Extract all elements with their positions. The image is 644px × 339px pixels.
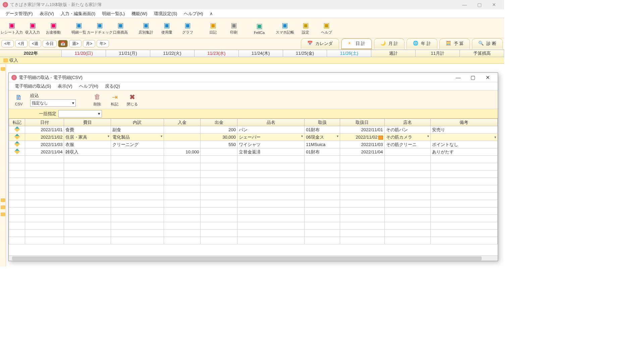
column-header[interactable]: 日付 xyxy=(25,119,64,126)
table-row[interactable] xyxy=(9,156,498,163)
income-row[interactable]: 収入 xyxy=(0,57,504,64)
date-cell[interactable]: 11/22(火) xyxy=(150,50,195,57)
dialog-minimize-button[interactable]: ― xyxy=(451,73,466,82)
filter-select[interactable]: 指定なし ▾ xyxy=(30,99,76,107)
date-cell[interactable]: 11月計 xyxy=(416,50,460,57)
menu-item[interactable]: 戻る(Q) xyxy=(102,83,123,90)
column-header[interactable]: 費目 xyxy=(64,119,111,126)
menu-item[interactable]: 環境設定(S) xyxy=(151,10,180,18)
scrollbar-thumb[interactable] xyxy=(12,256,482,260)
nav-button[interactable]: 週> xyxy=(69,40,82,47)
edit-cell[interactable] xyxy=(9,141,25,148)
horizontal-scrollbar[interactable] xyxy=(9,255,498,261)
menu-item[interactable]: 明細一覧(L) xyxy=(99,10,128,18)
date-cell[interactable]: 11/25(金) xyxy=(283,50,327,57)
date-cell[interactable]: 予算残高 xyxy=(460,50,504,57)
table-row[interactable] xyxy=(9,215,498,222)
edit-cell[interactable] xyxy=(9,126,25,134)
date-cell[interactable]: 11/21(月) xyxy=(106,50,150,57)
menu-item[interactable]: 表示(V) xyxy=(36,10,57,18)
nav-button[interactable]: <年 xyxy=(1,40,14,47)
menu-item[interactable]: 表示(V) xyxy=(54,83,75,90)
menu-item[interactable]: ∧ xyxy=(206,10,216,17)
menu-item[interactable]: ヘルプ(H) xyxy=(76,83,102,90)
view-tab[interactable]: 🌙月 計 xyxy=(374,38,405,49)
view-tab[interactable]: ☀日 計 xyxy=(341,38,372,49)
table-row[interactable] xyxy=(9,222,498,230)
table-row[interactable] xyxy=(9,200,498,207)
column-header[interactable]: 取扱日 xyxy=(340,119,384,126)
csv-button[interactable]: 🗎 CSV xyxy=(10,90,28,109)
delete-button[interactable]: 🗑 削除 xyxy=(89,90,106,109)
csv-grid[interactable]: 転記日付費目内訳入金出金品名取扱取扱日店名備考 2022/11/01 食費 副食… xyxy=(9,118,498,255)
table-row[interactable]: 2022/11/04 雑収入 10,000 立替金返済 01財布 2022/11… xyxy=(9,148,498,156)
table-row[interactable] xyxy=(9,230,498,237)
nav-button[interactable]: <週 xyxy=(29,40,41,47)
date-cell[interactable]: 11/23(水) xyxy=(195,50,239,57)
column-header[interactable]: 取扱 xyxy=(305,119,340,126)
column-header[interactable]: 転記 xyxy=(9,119,25,126)
date-cell[interactable]: 11/20(日) xyxy=(62,50,106,57)
close-button[interactable]: ✕ xyxy=(487,0,501,9)
table-row[interactable]: 2022/11/03 衣服 クリーニング 550 ワイシャツ 11MSuica … xyxy=(9,141,498,148)
toolbar-button[interactable]: ▣ヘルプ xyxy=(316,19,337,38)
toolbar-button[interactable]: ▣収入入力 xyxy=(22,19,43,38)
folder-icon[interactable] xyxy=(1,205,5,209)
table-row[interactable] xyxy=(9,185,498,193)
column-header[interactable]: 備考 xyxy=(430,119,497,126)
view-tab[interactable]: 🌐年 計 xyxy=(407,38,437,49)
dialog-close-button[interactable]: ✕ xyxy=(480,73,495,82)
batch-select[interactable]: ▾ xyxy=(58,110,102,117)
close-tool-button[interactable]: ✖ 閉じる xyxy=(123,90,141,109)
table-row[interactable] xyxy=(9,207,498,215)
toolbar-button[interactable]: ▣明細一覧 xyxy=(68,19,89,38)
transfer-button[interactable]: ⇥ 転記 xyxy=(106,90,123,109)
edit-cell[interactable] xyxy=(9,148,25,156)
table-row[interactable] xyxy=(9,178,498,185)
menu-item[interactable]: 電子明細の取込(S) xyxy=(11,83,54,90)
toolbar-button[interactable]: ▣印刷 xyxy=(223,19,244,38)
edit-cell[interactable] xyxy=(9,134,25,141)
folder-icon[interactable] xyxy=(1,212,5,216)
column-header[interactable]: 内訳 xyxy=(111,119,164,126)
nav-button[interactable]: 📅 xyxy=(58,40,68,47)
column-header[interactable]: 店名 xyxy=(384,119,430,126)
table-row[interactable]: 2022/11/01 食費 副食 200 パン 01財布 2022/11/01 … xyxy=(9,126,498,134)
date-cell[interactable]: 2022年 xyxy=(0,50,62,57)
menu-item[interactable]: ヘルプ(H) xyxy=(180,10,206,18)
toolbar-button[interactable]: ▣設定 xyxy=(295,19,316,38)
column-header[interactable]: 品名 xyxy=(237,119,305,126)
toolbar-button[interactable]: ▣レシート入力 xyxy=(1,19,22,38)
dialog-maximize-button[interactable]: ▢ xyxy=(466,73,480,82)
date-cell[interactable]: 週計 xyxy=(371,50,416,57)
nav-button[interactable]: <月 xyxy=(15,40,28,47)
toolbar-button[interactable]: ▣使用量 xyxy=(156,19,177,38)
date-cell[interactable]: 11/26(土) xyxy=(327,50,371,57)
table-row[interactable] xyxy=(9,193,498,200)
menu-item[interactable]: 機能(W) xyxy=(128,10,151,18)
toolbar-button[interactable]: ▣口座残高 xyxy=(110,19,131,38)
menu-item[interactable]: データ管理(F) xyxy=(2,10,36,18)
table-row[interactable] xyxy=(9,171,498,178)
view-tab[interactable]: 🧮予 算 xyxy=(439,38,470,49)
view-tab[interactable]: 📅カレンダ xyxy=(301,38,339,49)
table-row[interactable] xyxy=(9,237,498,244)
maximize-button[interactable]: ▢ xyxy=(472,0,487,9)
toolbar-button[interactable]: ▣店別集計 xyxy=(136,19,156,38)
toolbar-button[interactable]: ▣スマホ記帳 xyxy=(274,19,295,38)
menu-item[interactable]: 入力・編集画面(I) xyxy=(57,10,99,18)
folder-icon[interactable] xyxy=(1,67,5,71)
toolbar-button[interactable]: ▣日記 xyxy=(203,19,223,38)
table-row[interactable] xyxy=(9,163,498,171)
nav-button[interactable]: 今日 xyxy=(43,40,57,47)
nav-button[interactable]: 月> xyxy=(83,40,95,47)
minimize-button[interactable]: ― xyxy=(457,0,472,9)
date-cell[interactable]: 11/24(木) xyxy=(239,50,283,57)
nav-button[interactable]: 年> xyxy=(97,40,109,47)
toolbar-button[interactable]: ▣グラフ xyxy=(177,19,198,38)
calendar-icon[interactable] xyxy=(378,136,383,140)
toolbar-button[interactable]: ▣カードチェック xyxy=(89,19,110,38)
folder-icon[interactable] xyxy=(1,198,5,202)
column-header[interactable]: 入金 xyxy=(164,119,201,126)
column-header[interactable]: 出金 xyxy=(201,119,237,126)
